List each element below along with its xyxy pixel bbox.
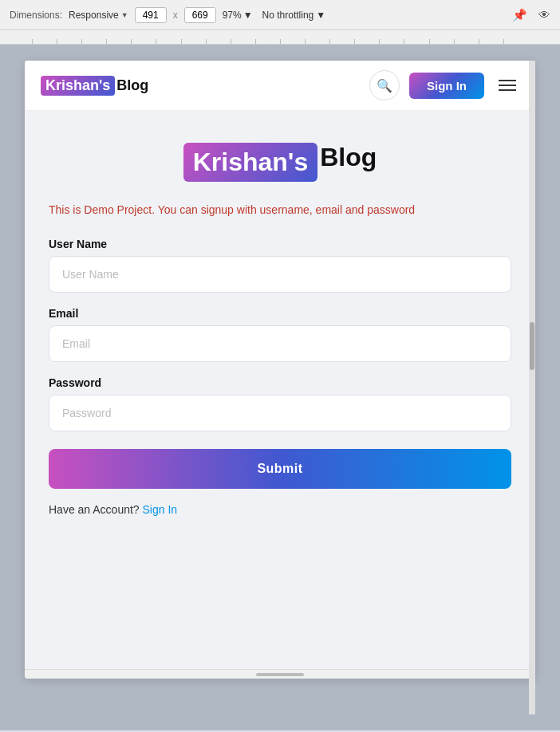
have-account-label: Have an Account?	[49, 503, 140, 516]
email-label: Email	[49, 307, 511, 320]
throttle-arrow-icon: ▼	[316, 10, 325, 21]
throttle-value: No throttling	[262, 10, 314, 21]
username-field-group: User Name	[49, 238, 511, 293]
hero-logo-blog: Blog	[320, 143, 377, 182]
nav-signin-button[interactable]: Sign In	[409, 73, 484, 99]
username-input[interactable]	[49, 256, 511, 293]
email-field-group: Email	[49, 307, 511, 362]
eye-icon[interactable]: 👁	[538, 8, 550, 22]
password-field-group: Password	[49, 376, 511, 431]
zoom-select[interactable]: 97% ▼	[223, 10, 253, 21]
throttle-select[interactable]: No throttling ▼	[262, 10, 326, 21]
dimensions-select[interactable]: Responsive ▼	[69, 10, 128, 21]
toolbar-icons: 📌 👁	[512, 8, 550, 22]
viewport: Krishan's Blog 🔍 Sign In Krishan's	[0, 45, 560, 730]
email-input[interactable]	[49, 325, 511, 362]
width-input[interactable]	[135, 7, 167, 23]
hero-logo: Krishan's Blog	[49, 143, 511, 182]
bottom-scrollbar[interactable]	[25, 669, 535, 679]
page-content: Krishan's Blog This is Demo Project. You…	[25, 111, 535, 669]
signin-link[interactable]: Sign In	[143, 503, 178, 516]
browser-card: Krishan's Blog 🔍 Sign In Krishan's	[25, 61, 535, 679]
dimensions-arrow-icon: ▼	[121, 11, 128, 19]
scrollbar-thumb	[530, 322, 534, 370]
nav-menu-button[interactable]	[495, 77, 519, 94]
nav-logo: Krishan's Blog	[41, 76, 369, 96]
password-input[interactable]	[49, 395, 511, 431]
nav-logo-krishans: Krishan's	[41, 76, 115, 96]
dev-toolbar: Dimensions: Responsive ▼ x 97% ▼ No thro…	[0, 0, 560, 30]
menu-line-2	[499, 85, 516, 86]
search-button[interactable]: 🔍	[369, 70, 400, 100]
dimensions-value: Responsive	[69, 10, 119, 21]
hero-logo-krishans: Krishan's	[183, 143, 318, 182]
password-label: Password	[49, 376, 511, 389]
browser-card-wrapper: Krishan's Blog 🔍 Sign In Krishan's	[25, 61, 535, 714]
submit-button[interactable]: Submit	[49, 449, 511, 489]
zoom-value: 97%	[223, 10, 242, 21]
nav-header: Krishan's Blog 🔍 Sign In	[25, 61, 535, 111]
zoom-arrow-icon: ▼	[243, 10, 253, 21]
page-description: This is Demo Project. You can signup wit…	[49, 201, 511, 218]
have-account-text: Have an Account? Sign In	[49, 503, 511, 516]
pin-icon[interactable]: 📌	[512, 8, 527, 22]
dimensions-label: Dimensions:	[10, 10, 62, 21]
scroll-thumb	[256, 673, 304, 676]
scrollbar-track[interactable]	[529, 61, 535, 714]
search-icon: 🔍	[377, 78, 392, 93]
nav-logo-blog: Blog	[116, 77, 148, 94]
height-input[interactable]	[184, 7, 216, 23]
menu-line-3	[499, 89, 516, 91]
username-label: User Name	[49, 238, 511, 250]
menu-line-1	[499, 80, 516, 81]
ruler	[0, 30, 560, 45]
dimension-x-label: x	[173, 10, 178, 21]
